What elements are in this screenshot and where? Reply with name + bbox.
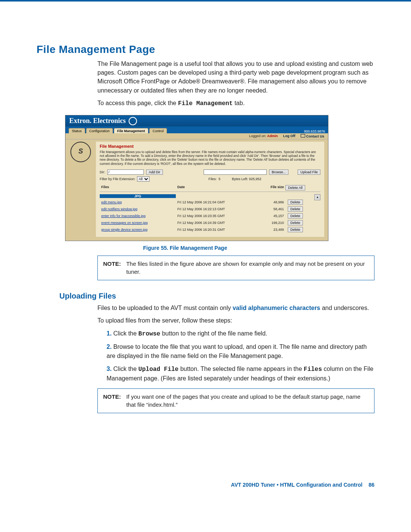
- seal-icon: S: [70, 142, 91, 162]
- filter-label: Filter by File Extension:: [100, 177, 135, 181]
- file-date: Fri 12 May 2006 16:22:13 GMT: [177, 207, 253, 211]
- list-item: 3. Click the Upload File button. The sel…: [107, 364, 374, 383]
- list-item: 2. Browse to locate the file that you wa…: [107, 342, 374, 361]
- page-footer: AVT 200HD Tuner • HTML Configuration and…: [37, 482, 374, 488]
- col-size: File size: [253, 185, 284, 190]
- delete-button[interactable]: Delete: [288, 220, 303, 225]
- note-text: If you want one of the pages that you cr…: [126, 393, 369, 409]
- panel-title: File Management: [100, 144, 320, 149]
- delete-all-button[interactable]: Delete All: [285, 185, 305, 190]
- file-size: 199,210: [253, 221, 284, 225]
- tab-file-management[interactable]: File Management: [114, 128, 148, 133]
- dir-input[interactable]: [107, 169, 144, 175]
- table-row: edit notifiers window.jpg Fri 12 May 200…: [100, 206, 320, 212]
- upload-path-input[interactable]: [204, 169, 267, 175]
- note-box-2: NOTE: If you want one of the pages that …: [97, 388, 374, 414]
- section-title: File Management Page: [37, 43, 374, 56]
- mono-text: Upload File: [139, 366, 179, 373]
- figure-caption: Figure 55. File Management Page: [143, 245, 374, 251]
- note-text: The files listed in the figure above are…: [126, 260, 369, 276]
- screenshot-body: S File Management File Management allows…: [65, 139, 328, 241]
- sidebar: S: [65, 139, 96, 237]
- phone-number: 800.633.9876: [304, 129, 325, 133]
- main-panel: File Management File Management allows y…: [96, 142, 324, 237]
- text: Files:: [209, 177, 217, 181]
- note-label: NOTE:: [103, 260, 121, 276]
- filter-row: Filter by File Extension: All Files: 5 B…: [100, 176, 320, 182]
- browse-button[interactable]: Browse...: [269, 169, 289, 175]
- tab-control[interactable]: Control: [149, 128, 167, 133]
- file-list: ▴ JPG edit menu.jpg Fri 12 May 2006 16:2…: [100, 194, 320, 233]
- mono-text: Browse: [139, 331, 161, 337]
- logoff-link[interactable]: Log Off: [283, 134, 295, 138]
- upload-intro: Files to be uploaded to the AVT must con…: [97, 304, 374, 312]
- contact-link[interactable]: Contact Us: [306, 134, 324, 138]
- table-header: Files Date File size Delete All: [100, 184, 320, 192]
- file-link[interactable]: event messages on screen.jpg: [101, 221, 148, 225]
- delete-button[interactable]: Delete: [288, 227, 303, 232]
- text: Click the: [113, 366, 139, 372]
- file-link[interactable]: edit notifiers window.jpg: [101, 207, 137, 211]
- document-page: File Management Page The File Management…: [0, 0, 411, 511]
- brand-icon: [129, 117, 137, 125]
- sub-bar: Logged on: Admin Log Off Contact Us: [65, 133, 328, 139]
- logged-on-user: Admin: [267, 134, 278, 138]
- text: tab.: [233, 100, 245, 106]
- dir-upload-row: Dir: Add Dir Browse... Upload File: [100, 169, 320, 175]
- file-size: 45,157: [253, 214, 284, 218]
- tab-configuration[interactable]: Configuration: [86, 128, 113, 133]
- text: Logged on:: [249, 134, 266, 138]
- col-files: Files: [101, 185, 177, 190]
- col-date: Date: [177, 185, 253, 190]
- text: 5: [218, 177, 220, 181]
- upload-file-button[interactable]: Upload File: [298, 169, 320, 175]
- text: To access this page, click the: [97, 100, 178, 106]
- files-count: Files: 5: [209, 177, 221, 181]
- file-date: Fri 12 May 2006 16:24:39 GMT: [177, 221, 253, 225]
- add-dir-button[interactable]: Add Dir: [146, 169, 163, 175]
- table-row: enter info for inaccessible.jpg Fri 12 M…: [100, 212, 320, 219]
- tab-bar: Status Configuration File Management Con…: [65, 126, 328, 133]
- subsection-title: Uploading Files: [59, 292, 374, 300]
- file-link[interactable]: enter info for inaccessible.jpg: [101, 214, 146, 218]
- bold-text: valid alphanumeric characters: [233, 305, 320, 311]
- mono-text: File Management: [178, 100, 233, 107]
- text: button. The selected file name appears i…: [178, 366, 304, 372]
- scroll-up-icon[interactable]: ▴: [314, 194, 320, 200]
- text: Files to be uploaded to the AVT must con…: [97, 305, 233, 311]
- file-size: 23,489: [253, 228, 284, 232]
- table-row: edit menu.jpg Fri 12 May 2006 16:21:04 G…: [100, 199, 314, 206]
- file-date: Fri 12 May 2006 16:20:31 GMT: [177, 228, 253, 232]
- contact-wrap[interactable]: Contact Us: [301, 134, 324, 138]
- table-row: event messages on screen.jpg Fri 12 May …: [100, 219, 320, 226]
- upload-follow: To upload files from the server, follow …: [97, 316, 374, 325]
- delete-button[interactable]: Delete: [288, 206, 303, 212]
- bytes-left: Bytes Left: 925,952: [232, 177, 261, 181]
- file-size: 58,461: [253, 207, 284, 211]
- filter-select[interactable]: All: [137, 176, 150, 182]
- note-label: NOTE:: [103, 393, 121, 409]
- delete-button[interactable]: Delete: [288, 200, 303, 205]
- footer-text: AVT 200HD Tuner • HTML Configuration and…: [231, 482, 363, 488]
- tab-status[interactable]: Status: [68, 128, 85, 133]
- table-row: group single device screen.jpg Fri 12 Ma…: [100, 226, 320, 233]
- file-link[interactable]: group single device screen.jpg: [101, 228, 148, 232]
- file-size: 48,986: [253, 200, 284, 204]
- access-line: To access this page, click the File Mana…: [97, 99, 374, 108]
- mono-text: Files: [304, 366, 322, 373]
- text: button to the right of the file name fie…: [160, 330, 267, 337]
- tabs-left: Status Configuration File Management Con…: [68, 128, 168, 133]
- steps-list: 1. Click the Browse button to the right …: [97, 329, 374, 383]
- logged-on-label: Logged on: Admin: [249, 134, 278, 138]
- note-box-1: NOTE: The files listed in the figure abo…: [97, 256, 374, 281]
- text: and underscores.: [320, 305, 369, 311]
- text: Click the: [113, 330, 139, 337]
- extension-heading: JPG: [100, 194, 176, 198]
- file-link[interactable]: edit menu.jpg: [101, 200, 122, 204]
- envelope-icon: [301, 134, 305, 137]
- file-date: Fri 12 May 2006 16:23:35 GMT: [177, 214, 253, 218]
- file-date: Fri 12 May 2006 16:21:04 GMT: [177, 200, 253, 204]
- brand-name: Extron. Electronics: [69, 117, 126, 125]
- delete-button[interactable]: Delete: [288, 213, 303, 219]
- intro-paragraph: The File Management page is a useful too…: [97, 59, 374, 95]
